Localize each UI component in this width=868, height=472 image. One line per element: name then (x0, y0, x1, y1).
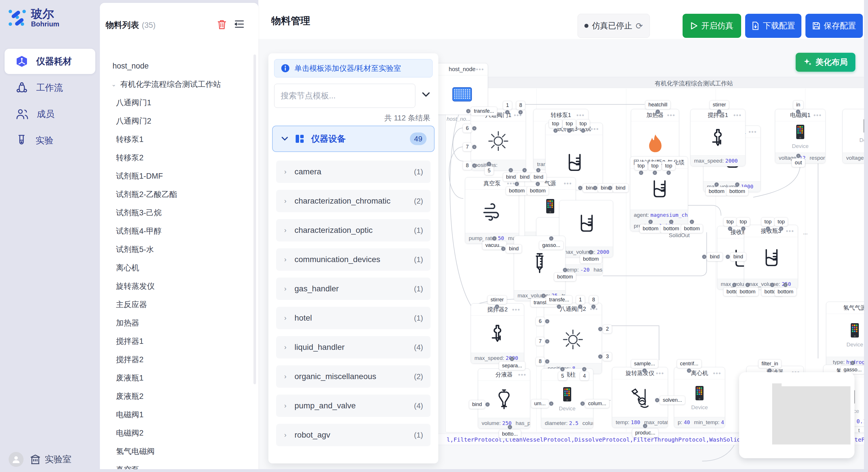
canvas-node-分液器[interactable]: 分液器•••volume: 250has_phases: true (478, 369, 530, 429)
port-chip-bottom[interactable]: bottom› (737, 287, 758, 296)
port-chip-stirrer[interactable]: stirrer› (710, 100, 729, 109)
canvas-node-接收瓶3[interactable]: 接收瓶3•••max_volume: 250 (744, 225, 798, 290)
port-chip-out[interactable]: out› (792, 158, 805, 167)
node-menu-icon[interactable]: ••• (667, 111, 675, 119)
tree-item[interactable]: 试剂瓶5-水 (100, 240, 251, 259)
tree-item-host-node[interactable]: host_node (100, 57, 251, 75)
port-chip-1[interactable]: 1› (576, 295, 585, 304)
port-chip-colum[interactable]: colum...› (585, 399, 609, 408)
port-chip-5[interactable]: 5› (558, 372, 567, 380)
port-chip-bind[interactable]: bind› (530, 173, 547, 181)
canvas-node-搅拌器2[interactable]: 搅拌器2•••max_speed: 2000 (471, 303, 524, 364)
tree-item[interactable]: 主反应器 (100, 295, 251, 314)
port-chip-transfe[interactable]: transfe...› (471, 107, 497, 115)
canvas-node-八通阀门1[interactable]: 八通阀门1•••positions: (471, 109, 526, 171)
category-group-instruments[interactable]: 仪器设备 49 (272, 126, 435, 152)
port-chip-bottom[interactable]: bottom› (774, 287, 797, 296)
sidebar-item-members[interactable]: 成员 (5, 102, 95, 127)
port-chip-bottom[interactable]: bottom› (506, 187, 528, 195)
port-chip-transfe[interactable]: transfe...› (546, 295, 572, 304)
category-row-characterization_optic[interactable]: ›characterization_optic(1) (276, 219, 431, 241)
port-chip-1[interactable]: 1› (503, 101, 512, 110)
tree-item[interactable]: 氢气电磁阀 (100, 442, 251, 461)
port-chip-5[interactable]: 5› (485, 166, 494, 175)
tree-item[interactable]: 旋转蒸发仪 (100, 277, 251, 295)
port-chip-3[interactable]: 3› (603, 352, 612, 361)
port-chip-8[interactable]: 8› (589, 295, 598, 304)
category-row-hotel[interactable]: ›hotel(1) (276, 307, 431, 329)
minimap[interactable] (739, 372, 855, 458)
canvas-node-八通阀门2[interactable]: 八通阀门2•••positions: 8 (544, 303, 602, 374)
tree-item[interactable]: 搅拌器1 (100, 332, 251, 350)
port-chip-bind[interactable]: bind› (730, 252, 746, 261)
tree-item[interactable]: 加热器 (100, 314, 251, 332)
port-chip-6[interactable]: 6› (463, 124, 472, 133)
sidebar-item-experiments[interactable]: 实验 (5, 128, 95, 153)
node-menu-icon[interactable]: ••• (518, 371, 526, 378)
save-config-button[interactable]: 保存配置 (805, 14, 863, 38)
port-chip-produc[interactable]: produc...› (632, 429, 658, 437)
port-chip-8[interactable]: 8› (463, 161, 472, 170)
category-row-characterization_chromatic[interactable]: ›characterization_chromatic(2) (276, 190, 431, 212)
port-chip-top[interactable]: top› (737, 217, 750, 226)
canvas-node-氢气气源[interactable]: 氢气气源•••Device_type: hydrogenmax_pre (826, 302, 868, 368)
tree-item[interactable]: 转移泵2 (100, 148, 251, 167)
sidebar-item-workflow[interactable]: 工作流 (5, 75, 95, 100)
port-chip-heatchill[interactable]: heatchill› (645, 100, 671, 109)
node-menu-icon[interactable]: ••• (786, 227, 794, 235)
tree-item[interactable]: 八通阀门1 (100, 94, 251, 112)
port-chip-bottom[interactable]: bottom› (640, 224, 662, 233)
port-chip-centrif[interactable]: centrif...› (677, 359, 702, 368)
port-chip-6[interactable]: 6› (536, 317, 545, 326)
node-menu-icon[interactable]: ••• (591, 125, 599, 133)
port-chip-um[interactable]: um...› (531, 399, 549, 408)
port-chip-top[interactable]: top› (634, 162, 648, 170)
port-chip-top[interactable]: top› (723, 217, 737, 226)
category-row-camera[interactable]: ›camera(1) (276, 161, 431, 183)
port-chip-sample[interactable]: sample...› (631, 359, 658, 368)
canvas-node-搅拌器1[interactable]: 搅拌器1•••max_speed: 2000 (690, 109, 745, 166)
collapse-panel-chevron-icon[interactable] (422, 92, 430, 98)
port-chip-top[interactable]: top› (761, 217, 775, 226)
category-row-liquid_handler[interactable]: ›liquid_handler(4) (276, 336, 431, 359)
port-chip-bottom[interactable]: bottom› (706, 187, 727, 196)
chevron-down-icon[interactable]: ⌄ (112, 81, 116, 88)
beautify-layout-button[interactable]: 美化布局 (796, 53, 856, 72)
search-input[interactable] (274, 84, 415, 108)
port-chip-top[interactable]: top› (662, 162, 675, 170)
port-chip-bind[interactable]: bind› (707, 252, 723, 261)
sidebar-item-instruments[interactable]: 仪器耗材 (5, 49, 95, 74)
port-chip-top[interactable]: top› (648, 162, 662, 170)
tree-item[interactable]: 试剂瓶1-DMF (100, 167, 251, 185)
port-chip-top[interactable]: top› (563, 119, 576, 128)
node-menu-icon[interactable]: ••• (749, 128, 757, 136)
tree-item[interactable]: 试剂瓶4-甲醇 (100, 222, 251, 240)
port-chip-solven[interactable]: solven...› (660, 396, 685, 405)
tree-item[interactable]: 电磁阀2 (100, 424, 251, 442)
node-menu-icon[interactable]: ••• (577, 111, 585, 119)
port-chip-bottom[interactable]: bottom› (580, 255, 602, 264)
window-scrollbar-track[interactable] (864, 0, 868, 472)
port-chip-8[interactable]: 8› (516, 101, 525, 110)
category-row-organic_miscellaneous[interactable]: ›organic_miscellaneous(2) (276, 365, 431, 388)
tree-item[interactable]: 转移泵1 (100, 130, 251, 148)
tree-item[interactable]: 离心机 (100, 259, 251, 277)
lab-entry[interactable]: 实验室 (30, 453, 71, 465)
port-chip-2[interactable]: 2› (603, 325, 612, 334)
port-chip-botto[interactable]: botto...› (499, 430, 521, 438)
list-scrollbar[interactable] (253, 55, 256, 384)
trash-icon[interactable] (217, 20, 227, 30)
port-chip-8[interactable]: 8› (536, 357, 545, 366)
port-chip-in[interactable]: in› (793, 100, 803, 109)
node-menu-icon[interactable]: ••• (676, 159, 684, 166)
category-row-communication_devices[interactable]: ›communication_devices(1) (276, 248, 431, 271)
tree-item[interactable]: 电磁阀1 (100, 405, 251, 424)
start-simulation-button[interactable]: 开启仿真 (683, 14, 741, 38)
tree-item-workstation[interactable]: ⌄有机化学流程综合测试工作站 (100, 75, 251, 94)
port-chip-bind[interactable]: bind› (506, 244, 522, 253)
port-chip-bind[interactable]: bind› (469, 400, 485, 409)
canvas-node-card[interactable]: max_volume: 2000 (559, 200, 613, 258)
tree-item[interactable]: 试剂瓶2-乙酸乙酯 (100, 185, 251, 204)
download-config-button[interactable]: 下载配置 (745, 14, 801, 38)
port-chip-bind[interactable]: bind› (613, 183, 629, 193)
